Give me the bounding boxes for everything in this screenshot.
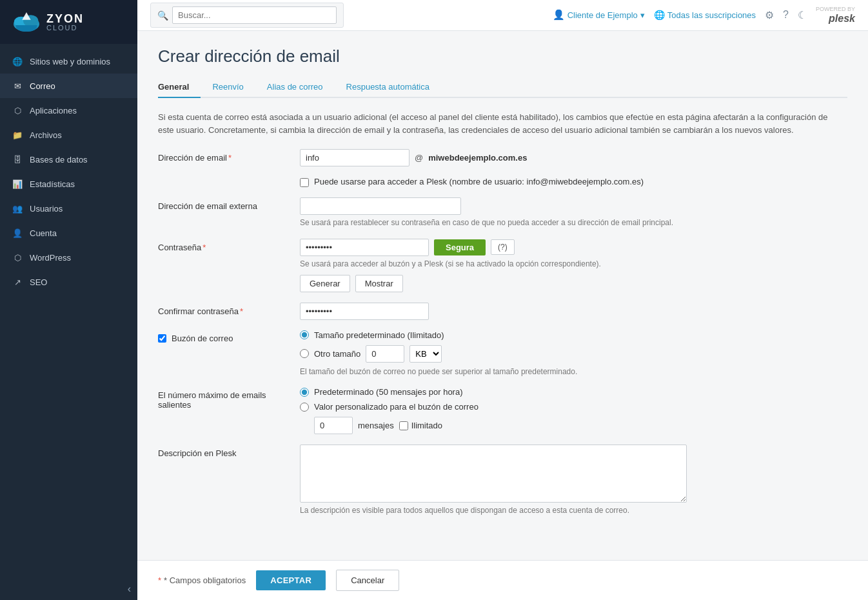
- sidebar-item-label-archivos: Archivos: [30, 130, 62, 140]
- external-email-input[interactable]: [300, 197, 461, 215]
- settings-icon[interactable]: ⚙: [765, 9, 774, 21]
- estadisticas-icon: 📊: [12, 178, 23, 190]
- external-email-label: Dirección de email externa: [158, 197, 300, 211]
- mailbox-label: Buzón de correo: [158, 330, 300, 343]
- required-note: * * Campos obligatorios: [158, 575, 246, 585]
- form-section: Dirección de email* @ miwebdeejemplo.com…: [158, 149, 835, 516]
- plesk-access-label: Puede usarse para acceder a Plesk (nombr…: [314, 177, 644, 186]
- email-label: Dirección de email*: [158, 149, 300, 163]
- mailbox-size-radio-group: Tamaño predeterminado (Ilimitado) Otro t…: [300, 330, 835, 363]
- email-input[interactable]: [300, 149, 409, 166]
- description-hint: La descripción es visible para todos aqu…: [300, 505, 835, 516]
- sidebar-item-correo[interactable]: ✉Correo: [0, 74, 137, 98]
- sidebar-logo: ZYON CLOUD: [0, 0, 137, 44]
- outgoing-unlimited-checkbox[interactable]: [399, 421, 408, 430]
- search-bar[interactable]: 🔍: [150, 3, 344, 28]
- sidebar-item-label-correo: Correo: [30, 81, 55, 91]
- sidebar-item-aplicaciones[interactable]: ⬡Aplicaciones: [0, 98, 137, 123]
- mailbox-checkbox[interactable]: [158, 334, 166, 343]
- external-email-hint: Se usará para restablecer su contraseña …: [300, 217, 835, 228]
- sidebar-item-usuarios[interactable]: 👥Usuarios: [0, 196, 137, 221]
- sidebar-item-estadisticas[interactable]: 📊Estadísticas: [0, 172, 137, 196]
- description-label: Descripción en Plesk: [158, 445, 300, 458]
- size-default-label: Tamaño predeterminado (Ilimitado): [314, 330, 444, 340]
- topbar-right: 👤 Cliente de Ejemplo ▾ 🌐 Todas las suscr…: [553, 6, 855, 24]
- help-icon[interactable]: ?: [783, 9, 789, 21]
- sidebar-item-label-cuenta: Cuenta: [30, 228, 57, 238]
- sidebar-item-seo[interactable]: ↗SEO: [0, 270, 137, 294]
- tab-general[interactable]: General: [158, 77, 201, 98]
- size-unit-select[interactable]: KB MB GB: [409, 345, 442, 363]
- globe-icon: 🌐: [654, 10, 665, 20]
- size-other-radio[interactable]: [300, 349, 309, 358]
- websites-icon: 🌐: [12, 55, 23, 67]
- generate-button[interactable]: Generar: [300, 275, 350, 292]
- password-label: Contraseña*: [158, 239, 300, 252]
- page-title: Crear dirección de email: [158, 46, 847, 66]
- info-paragraph: Si esta cuenta de correo está asociada a…: [158, 111, 835, 136]
- user-label: Cliente de Ejemplo: [567, 10, 638, 20]
- sidebar-item-wordpress[interactable]: ⬡WordPress: [0, 245, 137, 270]
- outgoing-label: El número máximo de emails salientes: [158, 387, 300, 410]
- description-textarea[interactable]: [300, 445, 687, 503]
- bases-datos-icon: 🗄: [12, 154, 23, 165]
- outgoing-value-input[interactable]: [314, 417, 353, 434]
- mailbox-control: Tamaño predeterminado (Ilimitado) Otro t…: [300, 330, 835, 377]
- plesk-name: plesk: [829, 13, 855, 24]
- password-inline: Segura (?): [300, 239, 835, 256]
- aplicaciones-icon: ⬡: [12, 105, 23, 116]
- email-row: Dirección de email* @ miwebdeejemplo.com…: [158, 149, 835, 166]
- bottom-bar: * * Campos obligatorios ACEPTAR Cancelar: [137, 560, 868, 600]
- sidebar-item-archivos[interactable]: 📁Archivos: [0, 123, 137, 147]
- external-email-control: Se usará para restablecer su contraseña …: [300, 197, 835, 228]
- confirm-password-input[interactable]: [300, 303, 429, 320]
- confirm-password-label: Confirmar contraseña*: [158, 303, 300, 316]
- confirm-password-row: Confirmar contraseña*: [158, 303, 835, 320]
- password-input[interactable]: [300, 239, 429, 256]
- sidebar-item-websites[interactable]: 🌐Sitios web y dominios: [0, 49, 137, 74]
- outgoing-custom-label: Valor personalizado para el buzón de cor…: [314, 402, 478, 412]
- password-help-button[interactable]: (?): [491, 239, 515, 255]
- sidebar-item-label-bases-datos: Bases de datos: [30, 155, 88, 165]
- outgoing-custom-radio[interactable]: [300, 403, 309, 412]
- outgoing-default-label: Predeterminado (50 mensajes por hora): [314, 387, 463, 397]
- password-row: Contraseña* Segura (?) Se usará para acc…: [158, 239, 835, 292]
- sidebar-item-cuenta[interactable]: 👤Cuenta: [0, 221, 137, 245]
- sidebar-item-bases-datos[interactable]: 🗄Bases de datos: [0, 147, 137, 172]
- sidebar-item-label-seo: SEO: [30, 277, 47, 287]
- search-icon: 🔍: [157, 10, 168, 21]
- email-control-group: @ miwebdeejemplo.com.es: [300, 149, 835, 166]
- cloud-icon: [10, 9, 43, 35]
- search-input[interactable]: [172, 6, 337, 24]
- size-default-radio[interactable]: [300, 330, 309, 339]
- description-row: Descripción en Plesk La descripción es v…: [158, 445, 835, 516]
- accept-button[interactable]: ACEPTAR: [256, 570, 326, 590]
- sidebar-collapse-button[interactable]: ‹: [0, 578, 137, 600]
- topbar-user[interactable]: 👤 Cliente de Ejemplo ▾: [553, 9, 645, 21]
- theme-icon[interactable]: ☾: [798, 9, 807, 21]
- usuarios-icon: 👥: [12, 203, 23, 214]
- powered-by-text: POWERED BY: [816, 6, 855, 13]
- tab-respuesta[interactable]: Respuesta automática: [346, 77, 441, 98]
- description-control: La descripción es visible para todos aqu…: [300, 445, 835, 516]
- outgoing-unlimited-group: Ilimitado: [399, 421, 442, 430]
- topbar-subscriptions[interactable]: 🌐 Todas las suscripciones: [654, 10, 756, 20]
- tab-reenvio[interactable]: Reenvío: [212, 77, 255, 98]
- plesk-brand: POWERED BY plesk: [816, 6, 855, 24]
- sidebar-item-label-wordpress: WordPress: [30, 253, 71, 263]
- cancel-button[interactable]: Cancelar: [336, 570, 399, 591]
- show-button[interactable]: Mostrar: [355, 275, 403, 292]
- password-hint: Se usará para acceder al buzón y a Plesk…: [300, 259, 835, 270]
- sidebar-item-label-aplicaciones: Aplicaciones: [30, 106, 77, 115]
- sidebar-nav: 🌐Sitios web y dominios✉Correo⬡Aplicacion…: [0, 44, 137, 578]
- size-other-label: Otro tamaño: [314, 349, 360, 359]
- size-value-input[interactable]: [366, 345, 404, 363]
- plesk-access-checkbox[interactable]: [300, 178, 309, 187]
- outgoing-radio-group: Predeterminado (50 mensajes por hora) Va…: [300, 387, 835, 434]
- outgoing-default-radio[interactable]: [300, 388, 309, 397]
- correo-icon: ✉: [12, 80, 23, 92]
- cuenta-icon: 👤: [12, 227, 23, 239]
- tab-alias[interactable]: Alias de correo: [267, 77, 335, 98]
- logo-line2: CLOUD: [46, 25, 84, 32]
- sidebar: ZYON CLOUD 🌐Sitios web y dominios✉Correo…: [0, 0, 137, 600]
